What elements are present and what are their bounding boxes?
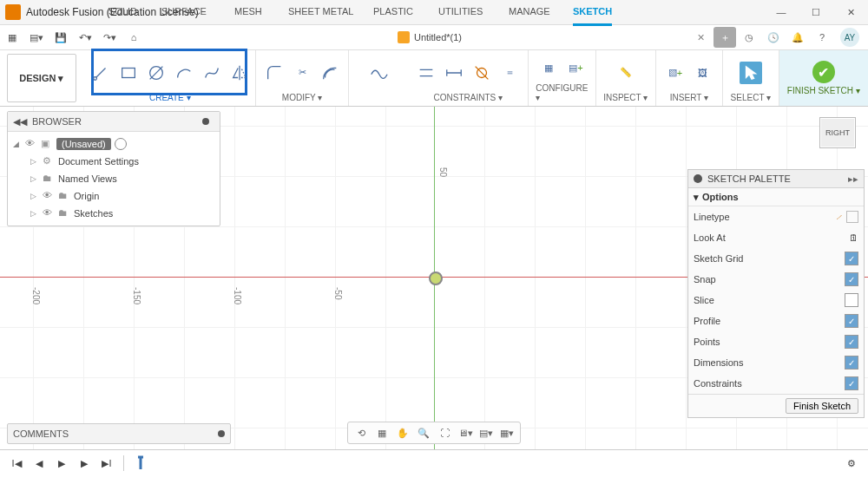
comments-panel[interactable]: COMMENTS: [7, 423, 231, 444]
user-avatar[interactable]: AY: [840, 28, 859, 47]
save-icon[interactable]: 💾: [49, 27, 72, 48]
panel-constraints-label[interactable]: CONSTRAINTS ▾: [434, 93, 503, 102]
tree-doc-settings[interactable]: ▷⚙ Document Settings: [8, 153, 220, 170]
panel-configure-label[interactable]: CONFIGURE ▾: [536, 83, 588, 102]
measure-icon[interactable]: 📏: [615, 62, 637, 84]
zoom-icon[interactable]: 🔍: [414, 424, 433, 441]
finish-sketch-palette-button[interactable]: Finish Sketch: [786, 398, 858, 414]
panel-insert-label[interactable]: INSERT ▾: [670, 93, 708, 102]
file-menu-icon[interactable]: ▤▾: [25, 27, 48, 48]
close-doc-icon[interactable]: ✕: [697, 32, 705, 43]
palette-section-options[interactable]: ▾ Options: [688, 188, 864, 206]
browser-options-dot[interactable]: [202, 118, 209, 125]
offset-tool-icon[interactable]: [319, 62, 341, 84]
jobs-icon[interactable]: 🕓: [762, 27, 785, 48]
palette-header[interactable]: SKETCH PALETTE ▸▸: [688, 170, 864, 188]
collapse-icon[interactable]: ◀◀: [13, 116, 27, 128]
fit-icon[interactable]: ⛶: [435, 424, 454, 441]
axis-label-m100: -100: [233, 287, 242, 304]
component-activate-radio[interactable]: [115, 138, 127, 150]
select-tool-icon[interactable]: [740, 62, 762, 84]
timeline-back-icon[interactable]: ◀: [30, 454, 49, 473]
display-style-icon[interactable]: 🖥▾: [456, 424, 475, 441]
spline-tool-icon[interactable]: [201, 62, 223, 84]
opt-profile[interactable]: Profile✓: [688, 311, 864, 331]
tree-root[interactable]: ◢👁▣ (Unsaved): [8, 135, 220, 153]
tab-manage[interactable]: MANAGE: [509, 6, 550, 16]
line-tool-icon[interactable]: [89, 62, 112, 84]
help-icon[interactable]: ?: [811, 27, 833, 48]
grid-apps-icon[interactable]: ▦: [1, 27, 23, 48]
grid-settings-icon[interactable]: ▤▾: [477, 424, 496, 441]
panel-select-label[interactable]: SELECT ▾: [731, 93, 772, 102]
insert-svg-icon[interactable]: ▧+: [664, 62, 687, 84]
notifications-icon[interactable]: 🔔: [786, 27, 809, 48]
tab-sheetmetal[interactable]: SHEET METAL: [288, 6, 353, 16]
palette-gear-icon[interactable]: [694, 174, 702, 183]
fillet-tool-icon[interactable]: [263, 62, 286, 84]
tab-mesh[interactable]: MESH: [234, 6, 262, 16]
curve-tool-icon[interactable]: [367, 62, 390, 84]
design-workspace-button[interactable]: DESIGN ▾: [7, 54, 76, 102]
timeline-start-icon[interactable]: I◀: [7, 454, 26, 473]
maximize-button[interactable]: ☐: [799, 0, 833, 24]
opt-grid[interactable]: Sketch Grid✓: [688, 248, 864, 269]
orbit-icon[interactable]: ⟲: [352, 424, 371, 441]
panel-insert: ▧+ 🖼 INSERT ▾: [656, 50, 723, 106]
palette-expand-icon[interactable]: ▸▸: [848, 173, 858, 185]
timeline-end-icon[interactable]: ▶I: [97, 454, 116, 473]
tab-sketch[interactable]: SKETCH: [573, 6, 612, 26]
panel-modify-label[interactable]: MODIFY ▾: [282, 93, 322, 102]
timeline-forward-icon[interactable]: ▶: [75, 454, 94, 473]
configure-table-icon[interactable]: ▤+: [565, 56, 588, 79]
timeline-settings-icon[interactable]: ⚙: [842, 454, 861, 473]
equal-constraint-icon[interactable]: ＝: [498, 62, 521, 84]
opt-linetype[interactable]: Linetype⟋: [688, 206, 864, 227]
opt-points[interactable]: Points✓: [688, 331, 864, 352]
lookat-icon[interactable]: ▦: [372, 424, 391, 441]
quick-access-toolbar: ▦ ▤▾ 💾 ↶▾ ↷▾ ⌂ Untitled*(1) ✕ ＋ ◷ 🕓 🔔 ? …: [0, 25, 868, 50]
arc-tool-icon[interactable]: [173, 62, 195, 84]
tab-utilities[interactable]: UTILITIES: [438, 6, 483, 16]
opt-dimensions[interactable]: Dimensions✓: [688, 352, 864, 373]
opt-constraints[interactable]: Constraints✓: [688, 373, 864, 394]
comments-options-icon[interactable]: [218, 430, 225, 437]
viewport-layout-icon[interactable]: ▦▾: [497, 424, 516, 441]
opt-lookat[interactable]: Look At🗓: [688, 227, 864, 248]
panel-create-label[interactable]: CREATE ▾: [149, 93, 191, 102]
tree-named-views[interactable]: ▷🖿 Named Views: [8, 170, 220, 187]
tree-origin[interactable]: ▷👁🖿 Origin: [8, 187, 220, 205]
origin-point[interactable]: [429, 271, 443, 285]
panel-inspect-label[interactable]: INSPECT ▾: [603, 93, 648, 102]
panel-modify: ✂ MODIFY ▾: [256, 50, 350, 106]
redo-icon[interactable]: ↷▾: [98, 27, 121, 48]
tree-sketches[interactable]: ▷👁🖿 Sketches: [8, 205, 220, 222]
timeline-sketch-feature-icon[interactable]: [131, 454, 150, 473]
finish-sketch-button[interactable]: ✔ FINISH SKETCH ▾: [779, 50, 868, 106]
tab-plastic[interactable]: PLASTIC: [373, 6, 413, 16]
opt-slice[interactable]: Slice: [688, 290, 864, 311]
circle-tool-icon[interactable]: [145, 62, 168, 84]
tab-surface[interactable]: SURFACE: [161, 6, 207, 16]
mirror-tool-icon[interactable]: [228, 62, 251, 84]
extensions-icon[interactable]: ◷: [738, 27, 760, 48]
document-tab[interactable]: Untitled*(1) ✕: [146, 31, 713, 43]
tangent-constraint-icon[interactable]: [470, 62, 493, 84]
trim-tool-icon[interactable]: ✂: [291, 62, 313, 84]
timeline-play-icon[interactable]: ▶: [52, 454, 71, 473]
pan-icon[interactable]: ✋: [393, 424, 412, 441]
rectangle-tool-icon[interactable]: [117, 62, 140, 84]
minimize-button[interactable]: —: [764, 0, 799, 24]
close-button[interactable]: ✕: [833, 0, 868, 24]
tab-solid[interactable]: SOLID: [108, 6, 137, 16]
undo-icon[interactable]: ↶▾: [74, 27, 96, 48]
new-tab-button[interactable]: ＋: [713, 27, 736, 48]
dimension-constraint-icon[interactable]: [443, 62, 465, 84]
view-cube[interactable]: RIGHT: [819, 117, 856, 148]
home-icon[interactable]: ⌂: [122, 27, 145, 48]
opt-snap[interactable]: Snap✓: [688, 269, 864, 290]
horizontal-constraint-icon[interactable]: [415, 62, 437, 84]
browser-header[interactable]: ◀◀ BROWSER: [8, 112, 220, 132]
change-parameters-icon[interactable]: ▦: [537, 56, 560, 79]
insert-image-icon[interactable]: 🖼: [692, 62, 714, 84]
